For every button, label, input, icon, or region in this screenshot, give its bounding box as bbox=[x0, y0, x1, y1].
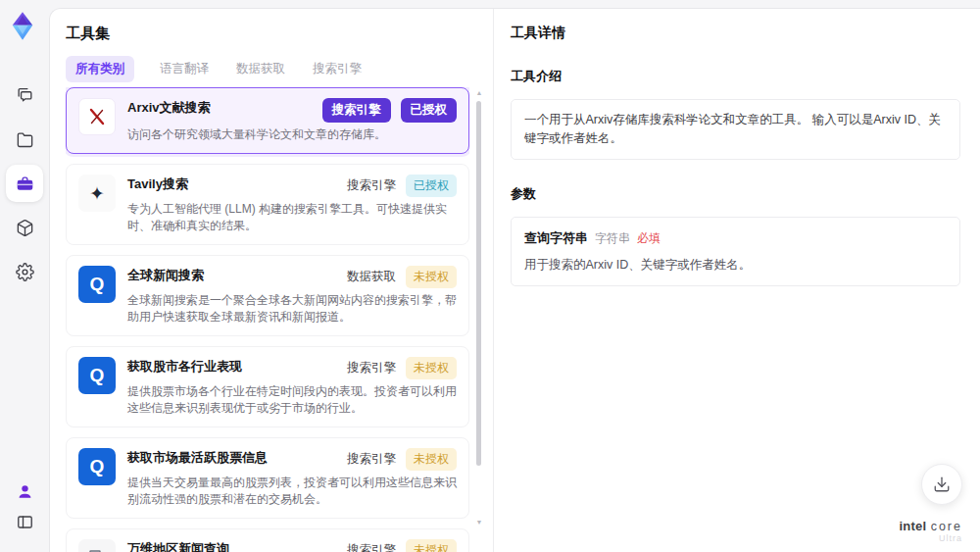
tool-category-label: 搜索引擎 bbox=[347, 451, 396, 468]
news-q-icon: Q bbox=[78, 266, 116, 303]
tool-detail-panel: 工具详情 工具介绍 一个用于从Arxiv存储库搜索科学论文和文章的工具。 输入可… bbox=[511, 9, 980, 552]
chat-icon bbox=[16, 85, 34, 104]
param-box: 查询字符串 字符串 必填 用于搜索的Arxiv ID、关键字或作者姓名。 bbox=[511, 217, 960, 286]
tool-category-label: 搜索引擎 bbox=[347, 177, 396, 194]
tab-search-engine[interactable]: 搜索引擎 bbox=[311, 56, 364, 82]
tool-description: 全球新闻搜索是一个聚合全球各大新闻网站内容的搜索引擎，帮助用户快速获取全球最新资… bbox=[127, 292, 457, 326]
cube-icon bbox=[16, 219, 34, 237]
news-q-icon: Q bbox=[78, 448, 116, 485]
tab-all-categories[interactable]: 所有类别 bbox=[66, 56, 134, 82]
tool-category-badge[interactable]: 搜索引擎 bbox=[322, 98, 391, 123]
tool-status-badge: 未授权 bbox=[406, 357, 457, 379]
app-sidebar bbox=[0, 0, 49, 552]
intro-box: 一个用于从Arxiv存储库搜索科学论文和文章的工具。 输入可以是Arxiv ID… bbox=[511, 99, 960, 160]
tool-card-tavily[interactable]: ✦ Tavily搜索 搜索引擎 已授权 专为人工智能代理 (LLM) 构建的搜索… bbox=[66, 164, 469, 245]
user-avatar-icon bbox=[16, 482, 34, 501]
scroll-down-arrow[interactable]: ▼ bbox=[475, 519, 483, 527]
sidebar-item-files[interactable] bbox=[11, 125, 38, 153]
list-scrollbar[interactable]: ▲ ▼ bbox=[474, 89, 484, 544]
panel-toggle[interactable] bbox=[11, 508, 38, 535]
tool-card-sector-performance[interactable]: Q 获取股市各行业表现 搜索引擎 未授权 提供股票市场各个行业在特定时间段内的表… bbox=[66, 346, 469, 427]
download-icon bbox=[933, 476, 951, 493]
scrollbar-thumb[interactable] bbox=[476, 101, 481, 466]
tab-data-acquisition[interactable]: 数据获取 bbox=[234, 56, 287, 82]
app-logo-gem-icon bbox=[7, 11, 38, 42]
user-avatar[interactable] bbox=[11, 477, 38, 505]
tavily-sparkle-icon: ✦ bbox=[78, 175, 116, 212]
settings-gear-icon bbox=[16, 263, 34, 281]
tool-description: 提供股票市场各个行业在特定时间段内的表现。投资者可以利用这些信息来识别表现优于或… bbox=[127, 383, 457, 417]
tool-status-badge: 未授权 bbox=[406, 266, 457, 288]
tool-status-badge: 未授权 bbox=[406, 539, 457, 552]
panel-toggle-icon bbox=[16, 513, 34, 531]
tool-title: Tavily搜索 bbox=[127, 175, 347, 193]
tool-card-regional-news[interactable]: 万维地区新闻查询 搜索引擎 未授权 查询具体行政区划内的新闻，快速了解各地新闻动 bbox=[66, 528, 469, 552]
ultra-label: Ultra bbox=[899, 534, 962, 544]
sidebar-item-models[interactable] bbox=[11, 214, 38, 241]
sidebar-item-tools[interactable] bbox=[6, 165, 43, 202]
detail-title: 工具详情 bbox=[511, 25, 960, 42]
sidebar-item-chat[interactable] bbox=[11, 80, 38, 108]
params-heading: 参数 bbox=[511, 185, 960, 203]
page-title: 工具集 bbox=[66, 25, 110, 43]
tool-description: 提供当天交易量最高的股票列表，投资者可以利用这些信息来识别流动性强的股票和潜在的… bbox=[127, 475, 457, 508]
tool-title: 获取股市各行业表现 bbox=[127, 357, 347, 376]
building-icon bbox=[78, 539, 116, 552]
tool-category-label: 搜索引擎 bbox=[347, 360, 396, 376]
tool-category-label: 数据获取 bbox=[347, 269, 396, 285]
news-q-icon: Q bbox=[78, 357, 116, 394]
arxiv-icon bbox=[78, 98, 116, 135]
tab-language-translation[interactable]: 语言翻译 bbox=[158, 56, 211, 82]
param-description: 用于搜索的Arxiv ID、关键字或作者姓名。 bbox=[524, 256, 947, 275]
tool-title: 获取市场最活跃股票信息 bbox=[127, 448, 347, 467]
param-type: 字符串 bbox=[595, 229, 630, 247]
tool-status-badge: 已授权 bbox=[406, 175, 457, 197]
param-name: 查询字符串 bbox=[524, 228, 588, 248]
download-button[interactable] bbox=[921, 464, 962, 505]
tool-title: 全球新闻搜索 bbox=[127, 266, 347, 284]
panel-divider bbox=[493, 9, 494, 552]
tool-status-badge[interactable]: 已授权 bbox=[401, 98, 458, 123]
intel-core-logo: intel core Ultra bbox=[899, 517, 962, 544]
toolbox-icon bbox=[16, 175, 34, 193]
core-wordmark: core bbox=[931, 520, 962, 533]
param-required-badge: 必填 bbox=[637, 229, 661, 247]
scroll-up-arrow[interactable]: ▲ bbox=[475, 89, 483, 97]
tool-title: Arxiv文献搜索 bbox=[127, 98, 322, 117]
tool-card-arxiv[interactable]: Arxiv文献搜索 搜索引擎 已授权 访问各个研究领域大量科学论文和文章的存储库… bbox=[66, 87, 469, 154]
folder-icon bbox=[16, 130, 34, 149]
intel-wordmark: intel bbox=[899, 519, 926, 533]
tool-description: 专为人工智能代理 (LLM) 构建的搜索引擎工具。可快速提供实时、准确和真实的结… bbox=[127, 201, 457, 234]
main-content: 工具集 所有类别 语言翻译 数据获取 搜索引擎 Arxiv文献搜索 搜索引擎 已… bbox=[49, 8, 980, 552]
category-tabs: 所有类别 语言翻译 数据获取 搜索引擎 bbox=[66, 56, 364, 82]
tool-card-active-stocks[interactable]: Q 获取市场最活跃股票信息 搜索引擎 未授权 提供当天交易量最高的股票列表，投资… bbox=[66, 437, 469, 519]
tool-status-badge: 未授权 bbox=[406, 448, 457, 471]
tool-description: 访问各个研究领域大量科学论文和文章的存储库。 bbox=[127, 126, 457, 143]
tool-title: 万维地区新闻查询 bbox=[127, 539, 347, 552]
intro-heading: 工具介绍 bbox=[511, 68, 960, 85]
sidebar-item-settings[interactable] bbox=[11, 258, 38, 285]
tool-card-global-news[interactable]: Q 全球新闻搜索 数据获取 未授权 全球新闻搜索是一个聚合全球各大新闻网站内容的… bbox=[66, 255, 469, 336]
tool-category-label: 搜索引擎 bbox=[347, 542, 396, 552]
tool-list: Arxiv文献搜索 搜索引擎 已授权 访问各个研究领域大量科学论文和文章的存储库… bbox=[66, 87, 469, 552]
